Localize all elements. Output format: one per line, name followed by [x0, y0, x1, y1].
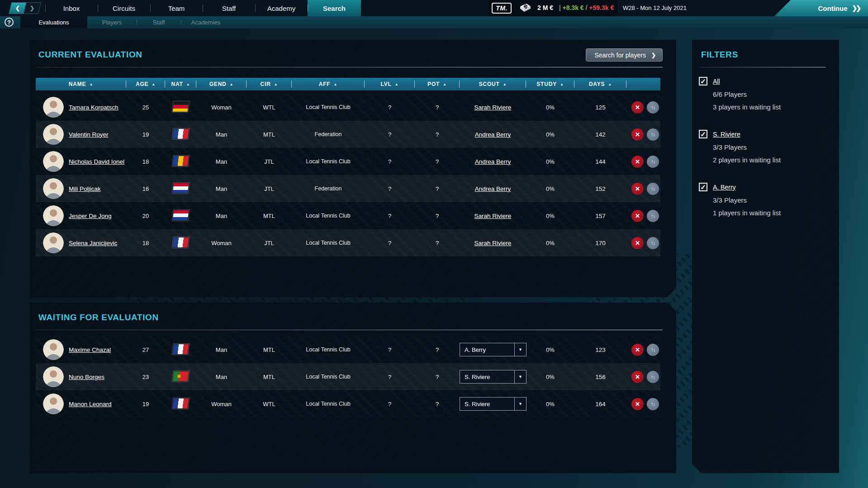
sub-tab-evaluations[interactable]: Evaluations — [20, 16, 87, 28]
player-name-link[interactable]: Jesper De Jong — [69, 213, 112, 219]
player-affiliation: Local Tennis Club — [292, 158, 365, 165]
remove-player-button[interactable]: ✕ — [631, 371, 644, 383]
player-name-link[interactable]: Selena Janicijevic — [69, 240, 117, 246]
reorder-player-button[interactable]: ↑↓ — [647, 398, 659, 410]
up-down-arrows-icon: ↑↓ — [651, 186, 655, 191]
column-header-nat[interactable]: NAT▲ — [165, 78, 196, 90]
player-avatar[interactable] — [43, 124, 64, 145]
reorder-player-button[interactable]: ↑↓ — [647, 128, 659, 141]
filter-checkbox[interactable]: ✓ — [699, 130, 707, 138]
column-header-aff[interactable]: AFF▲ — [292, 78, 365, 90]
reorder-player-button[interactable]: ↑↓ — [647, 344, 659, 356]
filter-head: ✓A. Berry — [699, 183, 832, 191]
sub-tab-academies[interactable]: Academies — [181, 16, 231, 28]
player-days: 170 — [574, 240, 626, 246]
reorder-player-button[interactable]: ↑↓ — [647, 210, 659, 222]
filter-label-link[interactable]: A. Berry — [713, 184, 736, 191]
player-name-link[interactable]: Nicholas David Ionel — [69, 158, 124, 165]
filter-checkbox[interactable]: ✓ — [699, 183, 707, 191]
divider — [698, 67, 825, 67]
scout-link[interactable]: Sarah Riviere — [474, 213, 512, 219]
scout-select[interactable]: S. Riviere▼ — [460, 370, 526, 384]
player-avatar[interactable] — [43, 151, 64, 172]
player-avatar[interactable] — [43, 205, 64, 226]
player-avatar[interactable] — [43, 366, 64, 387]
scout-link[interactable]: Andrea Berry — [475, 185, 511, 192]
remove-icon: ✕ — [635, 346, 640, 353]
filter-label-link[interactable]: S. Riviere — [713, 131, 740, 138]
player-affiliation: Federation — [292, 185, 365, 192]
filter-players-count: 3/3 Players — [713, 143, 832, 151]
player-avatar[interactable] — [43, 339, 64, 360]
filter-group: ✓S. Riviere3/3 Players2 players in waiti… — [699, 130, 832, 164]
scout-link[interactable]: Andrea Berry — [475, 158, 511, 165]
sort-asc-icon: ▲ — [334, 82, 338, 86]
filter-head: ✓All — [699, 77, 832, 85]
player-avatar[interactable] — [43, 232, 64, 253]
filter-waiting-count: 1 players in waiting list — [713, 209, 832, 217]
help-icon[interactable]: ? — [5, 18, 14, 27]
sub-tab-players[interactable]: Players — [87, 16, 137, 28]
player-name-cell: Nuno Borges — [36, 366, 126, 387]
reorder-player-button[interactable]: ↑↓ — [647, 237, 659, 249]
player-row: Nicholas David Ionel18ManJTLLocal Tennis… — [36, 148, 660, 175]
nav-tab-inbox[interactable]: Inbox — [45, 0, 98, 16]
scout-select[interactable]: S. Riviere▼ — [460, 397, 526, 411]
remove-player-button[interactable]: ✕ — [631, 183, 644, 195]
remove-icon: ✕ — [635, 185, 640, 192]
player-name-link[interactable]: Tamara Korpatsch — [69, 104, 119, 111]
continue-button[interactable]: Continue ❯❯ — [774, 0, 868, 16]
scout-link[interactable]: Sarah Riviere — [474, 104, 512, 111]
player-name-link[interactable]: Nuno Borges — [69, 374, 104, 380]
player-avatar[interactable] — [43, 178, 64, 199]
column-header-scout[interactable]: SCOUT▲ — [460, 78, 526, 90]
player-avatar[interactable] — [43, 393, 64, 414]
nav-tab-academy[interactable]: Academy — [255, 0, 308, 16]
nav-tab-staff[interactable]: Staff — [203, 0, 255, 16]
player-days: 152 — [574, 185, 626, 192]
filter-head: ✓S. Riviere — [699, 130, 832, 138]
player-name-link[interactable]: Manon Leonard — [69, 401, 112, 407]
remove-player-button[interactable]: ✕ — [631, 101, 644, 114]
nav-tab-team[interactable]: Team — [150, 0, 203, 16]
filter-checkbox[interactable]: ✓ — [699, 77, 707, 85]
player-study: 0% — [526, 213, 574, 219]
scout-link[interactable]: Andrea Berry — [475, 131, 511, 138]
search-for-players-button[interactable]: Search for players ❯ — [586, 48, 663, 62]
nav-tab-circuits[interactable]: Circuits — [98, 0, 150, 16]
filter-label-link[interactable]: All — [713, 78, 720, 85]
player-level: ? — [365, 104, 415, 111]
reorder-player-button[interactable]: ↑↓ — [647, 156, 659, 168]
scout-select[interactable]: A. Berry▼ — [460, 343, 526, 356]
sub-tab-staff[interactable]: Staff — [137, 16, 181, 28]
chevron-down-icon: ▼ — [518, 402, 522, 406]
player-circuit: JTL — [247, 185, 292, 192]
player-name-link[interactable]: Maxime Chazal — [69, 346, 111, 353]
nav-tab-search[interactable]: Search — [308, 0, 361, 16]
remove-player-button[interactable]: ✕ — [631, 398, 644, 410]
filter-players-count: 3/3 Players — [713, 196, 832, 204]
remove-player-button[interactable]: ✕ — [631, 210, 644, 222]
column-header-pot[interactable]: POT▲ — [415, 78, 460, 90]
player-name-link[interactable]: Mili Poljicak — [69, 185, 101, 192]
remove-player-button[interactable]: ✕ — [631, 237, 644, 249]
column-header-age[interactable]: AGE▲ — [126, 78, 165, 90]
player-name-link[interactable]: Valentin Royer — [69, 131, 109, 138]
reorder-player-button[interactable]: ↑↓ — [647, 101, 659, 114]
reorder-player-button[interactable]: ↑↓ — [647, 371, 659, 383]
weekly-finance: | +8.3k € / +59.3k € — [559, 4, 614, 11]
remove-player-button[interactable]: ✕ — [631, 344, 644, 356]
column-header-gend[interactable]: GEND▲ — [196, 78, 247, 90]
column-header-lvl[interactable]: LVL▲ — [365, 78, 415, 90]
forward-button[interactable]: ❯ — [24, 3, 41, 14]
player-scout-cell: Sarah Riviere — [460, 240, 526, 246]
remove-player-button[interactable]: ✕ — [631, 128, 644, 141]
column-header-study[interactable]: STUDY▲ — [526, 78, 574, 90]
column-header-days[interactable]: DAYS▲ — [574, 78, 626, 90]
column-header-cir[interactable]: CIR▲ — [247, 78, 292, 90]
remove-player-button[interactable]: ✕ — [631, 156, 644, 168]
scout-link[interactable]: Sarah Riviere — [474, 240, 512, 246]
player-avatar[interactable] — [43, 97, 64, 118]
reorder-player-button[interactable]: ↑↓ — [647, 183, 659, 195]
column-header-name[interactable]: NAME▲ — [36, 78, 126, 90]
